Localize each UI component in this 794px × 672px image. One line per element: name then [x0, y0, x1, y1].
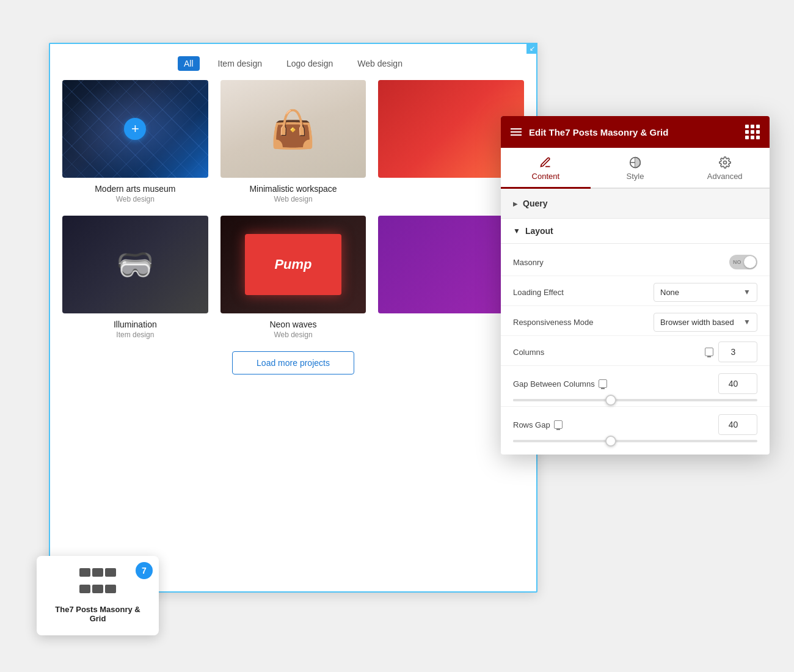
grid-item-subtitle-neon: Web design [220, 331, 366, 339]
masonry-toggle[interactable]: NO [729, 255, 757, 269]
icon-cell-4 [79, 585, 90, 593]
layout-arrow-icon: ▼ [513, 227, 520, 235]
tab-style-label: Style [627, 172, 644, 181]
grid-item-workspace: Minimalistic workspace Web design [220, 80, 366, 203]
widget-card[interactable]: 7 The7 Posts Masonry & Grid [37, 556, 159, 635]
monitor-icon-gap [599, 379, 607, 388]
responsiveness-arrow-icon: ▼ [743, 318, 751, 326]
grid-item-subtitle-museum: Web design [62, 195, 208, 203]
rows-gap-input[interactable] [718, 414, 757, 435]
pump-text: Pump [274, 257, 311, 272]
widget-card-title: The7 Posts Masonry & Grid [49, 605, 147, 623]
layout-section-header[interactable]: ▼ Layout [501, 219, 770, 244]
grid-item-title-museum: Modern arts museum [62, 184, 208, 194]
grid-item-title-vr: Illumination [62, 320, 208, 329]
responsiveness-mode-field-row: Responsiveness Mode Browser width based … [501, 311, 770, 333]
layout-section-title: Layout [525, 226, 553, 236]
add-item-button[interactable]: + [124, 118, 146, 140]
grid-item-subtitle-vr: Item design [62, 331, 208, 339]
monitor-icon-columns [705, 348, 713, 356]
rows-gap-slider-row: Rows Gap [501, 414, 770, 442]
divider-3 [501, 335, 770, 336]
hamburger-menu-button[interactable] [511, 128, 522, 136]
grid-item-image-museum: + [62, 80, 208, 178]
filter-tab-all[interactable]: All [178, 56, 200, 71]
loading-effect-field-row: Loading Effect None ▼ [501, 281, 770, 303]
tab-advanced[interactable]: Advanced [680, 148, 770, 189]
icon-cell-3 [105, 568, 116, 577]
toggle-no-label: NO [733, 259, 741, 265]
divider-2 [501, 305, 770, 306]
editor-header: Edit The7 Posts Masonry & Grid [501, 116, 770, 148]
divider-1 [501, 276, 770, 276]
masonry-field-row: Masonry NO [501, 251, 770, 273]
divider-4 [501, 365, 770, 366]
rows-gap-label: Rows Gap [513, 420, 563, 429]
tab-advanced-label: Advanced [707, 172, 743, 181]
masonry-label: Masonry [513, 258, 729, 267]
icon-cell-5 [92, 585, 103, 593]
widget-card-icon [79, 568, 116, 599]
grid-item-subtitle-workspace: Web design [220, 195, 366, 203]
widget-badge: 7 [136, 562, 153, 579]
grid-view-button[interactable] [745, 125, 760, 139]
filter-tab-logo-design[interactable]: Logo design [280, 56, 339, 71]
filter-tab-item-design[interactable]: Item design [212, 56, 268, 71]
columns-field-row: Columns [501, 341, 770, 363]
tab-style[interactable]: Style [591, 148, 680, 189]
editor-tabs: Content Style Advanced [501, 148, 770, 189]
tab-content[interactable]: Content [501, 148, 591, 189]
rows-gap-header: Rows Gap [513, 414, 757, 435]
canvas-area: All Item design Logo design Web design +… [49, 43, 537, 593]
filter-tab-web-design[interactable]: Web design [351, 56, 409, 71]
load-more-button[interactable]: Load more projects [232, 351, 354, 374]
loading-effect-arrow-icon: ▼ [743, 288, 751, 296]
grid-item-image-workspace [220, 80, 366, 178]
gap-columns-label: Gap Between Columns [513, 379, 607, 389]
columns-label: Columns [513, 348, 700, 357]
grid-item-vr: Illumination Item design [62, 216, 208, 339]
icon-cell-1 [79, 568, 90, 577]
responsiveness-mode-value: Browser width based [660, 318, 734, 327]
loading-effect-select[interactable]: None ▼ [654, 283, 757, 302]
grid-item-museum: + Modern arts museum Web design [62, 80, 208, 203]
query-section-header[interactable]: ▶ Query [501, 189, 770, 219]
editor-panel: Edit The7 Posts Masonry & Grid Content S… [501, 116, 770, 455]
divider-5 [501, 406, 770, 407]
toggle-knob [744, 256, 756, 268]
editor-content: ▶ Query ▼ Layout Masonry NO Loading Effe… [501, 189, 770, 455]
grid-item-title-workspace: Minimalistic workspace [220, 184, 366, 194]
rows-gap-slider-track[interactable] [513, 440, 757, 442]
grid-item-image-neon: Pump [220, 216, 366, 313]
gap-columns-input[interactable] [718, 373, 757, 394]
editor-title: Edit The7 Posts Masonry & Grid [529, 127, 738, 137]
portfolio-grid: + Modern arts museum Web design Minimali… [50, 80, 536, 339]
query-arrow-icon: ▶ [513, 200, 518, 207]
grid-item-title-neon: Neon waves [220, 320, 366, 329]
loading-effect-label: Loading Effect [513, 288, 654, 297]
filter-tabs: All Item design Logo design Web design [50, 44, 536, 80]
gap-columns-slider-thumb[interactable] [605, 395, 616, 406]
icon-cell-6 [105, 585, 116, 593]
icon-cell-2 [92, 568, 103, 577]
gap-columns-slider-row: Gap Between Columns [501, 373, 770, 401]
rows-gap-slider-thumb[interactable] [605, 436, 616, 447]
monitor-icon-rows-gap [554, 420, 563, 429]
gap-columns-header: Gap Between Columns [513, 373, 757, 394]
gap-columns-slider-track[interactable] [513, 399, 757, 401]
resize-handle[interactable] [526, 43, 537, 54]
loading-effect-value: None [660, 288, 679, 297]
query-section-title: Query [523, 199, 547, 208]
grid-item-neon: Pump Neon waves Web design [220, 216, 366, 339]
responsiveness-mode-select[interactable]: Browser width based ▼ [654, 313, 757, 332]
columns-input[interactable] [718, 341, 757, 362]
tab-content-label: Content [532, 172, 560, 181]
grid-item-image-vr [62, 216, 208, 313]
responsiveness-mode-label: Responsiveness Mode [513, 318, 654, 327]
svg-point-1 [723, 161, 726, 164]
